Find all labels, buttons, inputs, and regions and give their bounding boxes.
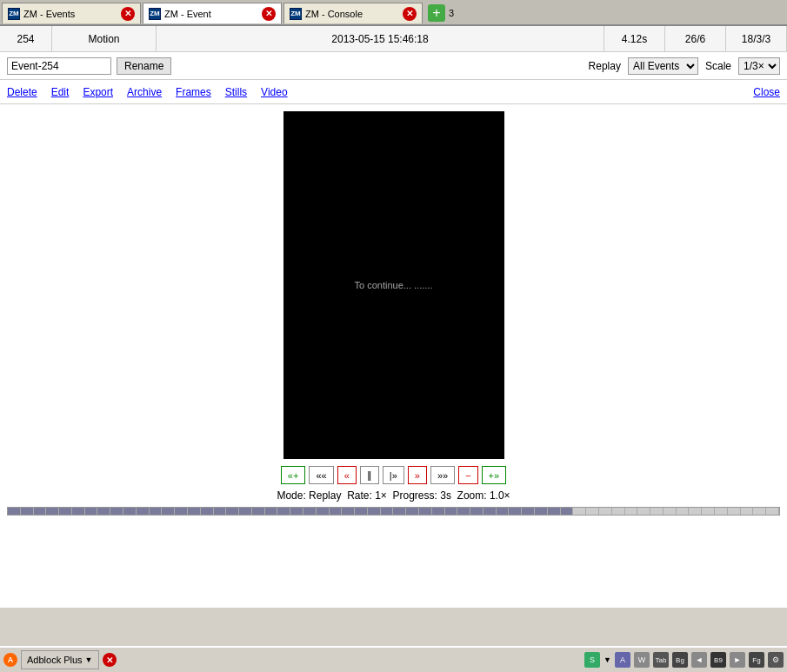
- progress-tick[interactable]: [355, 508, 368, 515]
- progress-tick[interactable]: [368, 508, 381, 515]
- progress-tick[interactable]: [72, 508, 85, 515]
- progress-tick[interactable]: [330, 508, 343, 515]
- replay-select[interactable]: All Events This Event: [628, 57, 698, 75]
- progress-tick[interactable]: [419, 508, 432, 515]
- progress-tick[interactable]: [497, 508, 510, 515]
- fast-forward-button[interactable]: »»: [430, 466, 455, 484]
- progress-tick[interactable]: [239, 508, 252, 515]
- progress-tick[interactable]: [85, 508, 98, 515]
- progress-tick[interactable]: [59, 508, 72, 515]
- rename-button[interactable]: Rename: [117, 57, 171, 75]
- progress-tick[interactable]: [599, 508, 612, 515]
- zoom-in-button[interactable]: +»: [482, 466, 507, 484]
- progress-tick[interactable]: [290, 508, 303, 515]
- event-name-input[interactable]: [7, 57, 111, 75]
- progress-tick[interactable]: [612, 508, 625, 515]
- edit-link[interactable]: Edit: [51, 86, 70, 98]
- progress-tick[interactable]: [214, 508, 227, 515]
- progress-tick[interactable]: [381, 508, 394, 515]
- event-type-value: Motion: [88, 33, 119, 45]
- progress-tick[interactable]: [432, 508, 445, 515]
- progress-tick[interactable]: [548, 508, 561, 515]
- archive-link[interactable]: Archive: [127, 86, 162, 98]
- progress-tick[interactable]: [393, 508, 406, 515]
- progress-tick[interactable]: [445, 508, 458, 515]
- progress-tick[interactable]: [484, 508, 497, 515]
- progress-tick[interactable]: [728, 508, 741, 515]
- fast-rewind-button[interactable]: «+: [281, 466, 306, 484]
- progress-tick[interactable]: [137, 508, 150, 515]
- new-tab-button[interactable]: +: [428, 4, 445, 22]
- tab-events-close[interactable]: ✕: [121, 7, 135, 21]
- export-link[interactable]: Export: [83, 86, 113, 98]
- tray-icon-s: S: [584, 652, 600, 668]
- tray-icon-arr1: ◄: [691, 652, 707, 668]
- progress-tick[interactable]: [561, 508, 574, 515]
- progress-tick[interactable]: [252, 508, 265, 515]
- delete-link[interactable]: Delete: [7, 86, 37, 98]
- progress-tick[interactable]: [277, 508, 290, 515]
- adblock-close-icon[interactable]: ✕: [103, 653, 117, 667]
- progress-tick[interactable]: [664, 508, 677, 515]
- tab-bar: ZM ZM - Events ✕ ZM ZM - Event ✕ ZM ZM -…: [0, 0, 787, 24]
- rewind-button[interactable]: ««: [309, 466, 333, 484]
- progress-tick[interactable]: [766, 508, 779, 515]
- progress-tick[interactable]: [650, 508, 664, 515]
- progress-tick[interactable]: [702, 508, 715, 515]
- progress-tick[interactable]: [586, 508, 599, 515]
- step-back-button[interactable]: «: [337, 466, 357, 484]
- event-frames-value: 18/3/3: [742, 33, 770, 45]
- status-mode: Mode: Replay: [277, 489, 341, 502]
- progress-tick[interactable]: [535, 508, 548, 515]
- adblock-dropdown-icon[interactable]: ▼: [85, 655, 93, 664]
- progress-tick[interactable]: [21, 508, 34, 515]
- step-forward-button[interactable]: |»: [383, 466, 404, 484]
- close-link[interactable]: Close: [753, 86, 780, 98]
- progress-tick[interactable]: [689, 508, 702, 515]
- stills-link[interactable]: Stills: [225, 86, 247, 98]
- progress-area[interactable]: [0, 505, 787, 521]
- progress-tick[interactable]: [34, 508, 47, 515]
- zoom-out-button[interactable]: −: [458, 466, 477, 484]
- frames-link[interactable]: Frames: [176, 86, 211, 98]
- progress-tick[interactable]: [522, 508, 535, 515]
- tab-events[interactable]: ZM ZM - Events ✕: [2, 3, 141, 23]
- video-link[interactable]: Video: [261, 86, 287, 98]
- pause-button[interactable]: ‖: [360, 466, 379, 484]
- progress-tick[interactable]: [406, 508, 419, 515]
- progress-tick[interactable]: [123, 508, 137, 515]
- progress-tick[interactable]: [8, 508, 21, 515]
- progress-tick[interactable]: [265, 508, 278, 515]
- progress-tick[interactable]: [509, 508, 522, 515]
- progress-tick[interactable]: [150, 508, 163, 515]
- progress-tick[interactable]: [470, 508, 484, 515]
- tab-console[interactable]: ZM ZM - Console ✕: [283, 3, 423, 23]
- progress-tick[interactable]: [342, 508, 355, 515]
- progress-tick[interactable]: [317, 508, 330, 515]
- progress-tick[interactable]: [46, 508, 59, 515]
- tab-event[interactable]: ZM ZM - Event ✕: [143, 3, 282, 23]
- adblock-button[interactable]: Adblock Plus ▼: [21, 650, 99, 669]
- progress-tick[interactable]: [226, 508, 239, 515]
- tray-dropdown-s[interactable]: ▼: [604, 655, 611, 664]
- progress-tick[interactable]: [303, 508, 317, 515]
- progress-tick[interactable]: [625, 508, 638, 515]
- progress-tick[interactable]: [188, 508, 201, 515]
- progress-track[interactable]: [7, 507, 780, 516]
- progress-tick[interactable]: [637, 508, 650, 515]
- progress-tick[interactable]: [175, 508, 188, 515]
- progress-tick[interactable]: [677, 508, 690, 515]
- tab-event-close[interactable]: ✕: [262, 7, 276, 21]
- progress-tick[interactable]: [162, 508, 175, 515]
- tab-console-close[interactable]: ✕: [403, 7, 417, 21]
- progress-tick[interactable]: [573, 508, 586, 515]
- progress-tick[interactable]: [457, 508, 470, 515]
- scale-select[interactable]: 1/3× 1/2× 1× 2×: [738, 57, 780, 75]
- progress-tick[interactable]: [741, 508, 754, 515]
- progress-tick[interactable]: [201, 508, 214, 515]
- progress-tick[interactable]: [715, 508, 728, 515]
- forward-button[interactable]: »: [408, 466, 427, 484]
- progress-tick[interactable]: [110, 508, 123, 515]
- progress-tick[interactable]: [753, 508, 766, 515]
- progress-tick[interactable]: [97, 508, 110, 515]
